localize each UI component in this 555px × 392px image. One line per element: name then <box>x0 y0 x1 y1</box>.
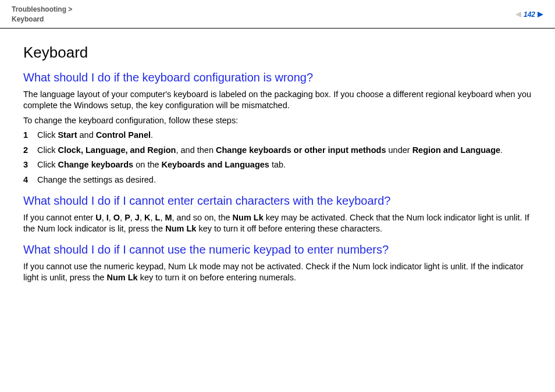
breadcrumb: Troubleshooting > Keyboard <box>12 5 72 24</box>
section-heading-3: What should I do if I cannot use the num… <box>23 243 532 256</box>
step-text: Change the settings as desired. <box>37 174 532 186</box>
next-page-icon[interactable] <box>538 12 543 17</box>
step-text: Click Start and Control Panel. <box>37 130 532 141</box>
section-heading-2: What should I do if I cannot enter certa… <box>23 194 532 208</box>
step-item: 2 Click Clock, Language, and Region, and… <box>23 145 532 156</box>
step-item: 4 Change the settings as desired. <box>23 174 532 186</box>
step-number: 1 <box>23 130 37 141</box>
step-text: Click Change keyboards on the Keyboards … <box>37 159 532 171</box>
breadcrumb-parent[interactable]: Troubleshooting <box>12 5 66 13</box>
page-number: 142 <box>524 10 535 19</box>
step-item: 1 Click Start and Control Panel. <box>23 130 532 141</box>
prev-page-icon[interactable] <box>515 12 521 17</box>
page-header: Troubleshooting > Keyboard 142 <box>0 0 555 28</box>
step-text: Click Clock, Language, and Region, and t… <box>37 145 532 156</box>
section-3-para: If you cannot use the numeric keypad, Nu… <box>23 261 532 284</box>
breadcrumb-sep: > <box>66 5 72 13</box>
step-list: 1 Click Start and Control Panel. 2 Click… <box>23 130 532 186</box>
step-number: 4 <box>23 174 37 186</box>
section-heading-1: What should I do if the keyboard configu… <box>23 71 532 84</box>
breadcrumb-current: Keyboard <box>12 15 44 23</box>
section-1-para-1: The language layout of your computer's k… <box>23 89 532 112</box>
step-number: 3 <box>23 159 37 171</box>
step-item: 3 Click Change keyboards on the Keyboard… <box>23 159 532 171</box>
section-2-para: If you cannot enter U, I, O, P, J, K, L,… <box>23 212 532 235</box>
page-title: Keyboard <box>23 44 532 62</box>
content-area: Keyboard What should I do if the keyboar… <box>0 28 555 284</box>
step-number: 2 <box>23 145 37 156</box>
page-nav: 142 <box>515 10 543 19</box>
section-1-para-2: To change the keyboard configuration, fo… <box>23 115 532 127</box>
